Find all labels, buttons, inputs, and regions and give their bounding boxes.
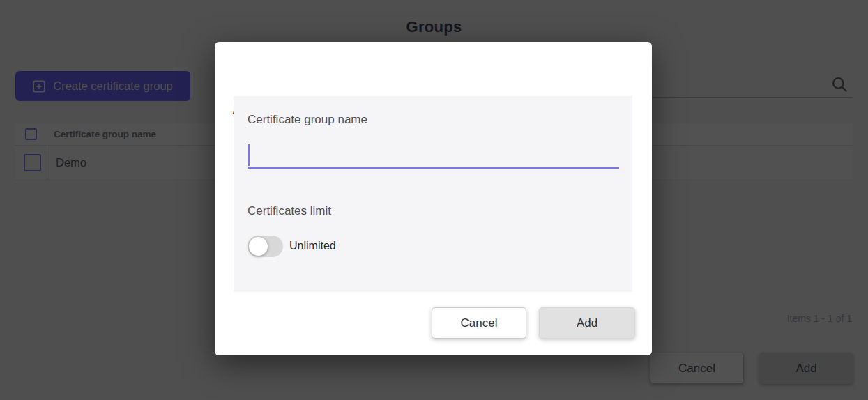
group-name-label: Certificate group name	[248, 113, 367, 127]
group-name-input[interactable]	[248, 144, 619, 169]
dialog-form-panel: Certificate group name Certificates limi…	[234, 96, 632, 292]
toggle-knob	[249, 237, 268, 256]
unlimited-toggle-label: Unlimited	[289, 240, 336, 252]
add-certificate-group-dialog: Add certificate group Certificate group …	[215, 42, 652, 355]
unlimited-toggle[interactable]	[248, 236, 283, 257]
dialog-add-button[interactable]: Add	[539, 307, 635, 339]
text-cursor	[248, 144, 250, 166]
certificates-limit-label: Certificates limit	[248, 204, 331, 218]
groups-page: Groups Create certificate group Certific…	[0, 0, 868, 400]
dialog-cancel-button[interactable]: Cancel	[432, 307, 526, 339]
